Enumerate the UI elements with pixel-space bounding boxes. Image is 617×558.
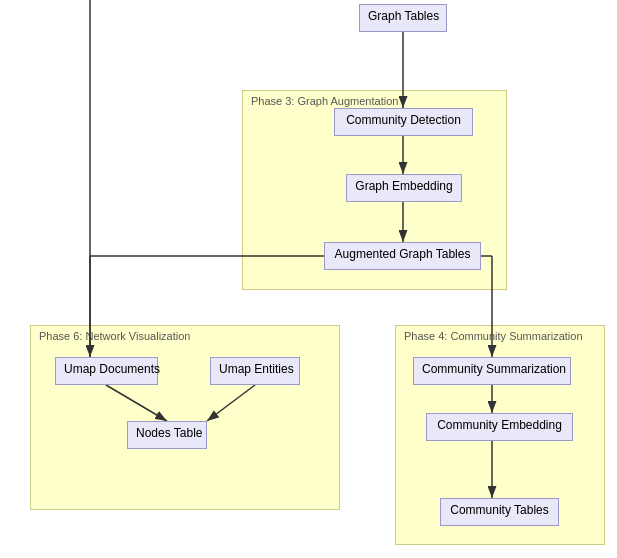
- diagram-container: Phase 3: Graph Augmentation Phase 6: Net…: [0, 0, 617, 558]
- graph-embedding-node: Graph Embedding: [346, 174, 462, 202]
- umap-entities-node: Umap Entities: [210, 357, 300, 385]
- community-summarization-node: Community Summarization: [413, 357, 571, 385]
- community-detection-node: Community Detection: [334, 108, 473, 136]
- phase6-label: Phase 6: Network Visualization: [39, 330, 190, 342]
- community-embedding-node: Community Embedding: [426, 413, 573, 441]
- phase4-label: Phase 4: Community Summarization: [404, 330, 583, 342]
- nodes-table-node: Nodes Table: [127, 421, 207, 449]
- phase6-box: Phase 6: Network Visualization: [30, 325, 340, 510]
- umap-documents-node: Umap Documents: [55, 357, 158, 385]
- augmented-graph-tables-node: Augmented Graph Tables: [324, 242, 481, 270]
- graph-tables-node: Graph Tables: [359, 4, 447, 32]
- community-tables-node: Community Tables: [440, 498, 559, 526]
- phase3-label: Phase 3: Graph Augmentation: [251, 95, 398, 107]
